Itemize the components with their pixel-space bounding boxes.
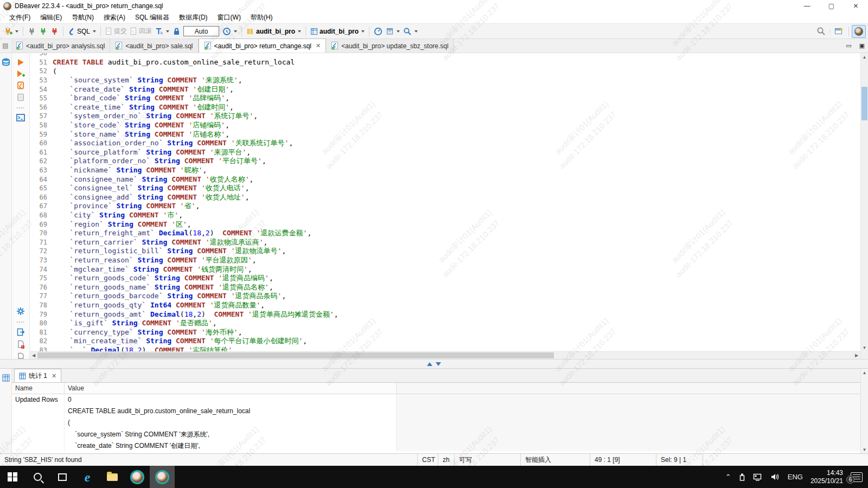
code-line[interactable]: 63 `nickname` String COMMENT '昵称', — [30, 166, 860, 175]
code-line[interactable]: 83 `……` Decimal(18,2) COMMENT '实际结算价', — [30, 346, 860, 351]
code-line[interactable]: 54 `create_date` String COMMENT '创建日期', — [30, 85, 860, 94]
maximize-panel-icon[interactable]: ▣ — [859, 42, 865, 49]
reconnect-button[interactable] — [37, 26, 49, 37]
save-report-icon[interactable]: ! — [17, 340, 25, 349]
task-view-button[interactable] — [50, 466, 75, 488]
connection-selector[interactable]: audit_bi_pro — [245, 26, 303, 37]
editor-tab-1[interactable]: <audit_bi_pro> sale.sql — [110, 39, 198, 53]
code-line[interactable]: 80 `is_gift` String COMMENT '是否赠品', — [30, 319, 860, 328]
code-line[interactable]: 53 `source_system` String COMMENT '来源系统'… — [30, 76, 860, 85]
database-navigator-icon[interactable] — [2, 57, 10, 66]
code-line[interactable]: 50 — [30, 53, 860, 58]
code-line[interactable]: 71 `return_carrier` String COMMENT '退款物流… — [30, 237, 860, 247]
internet-explorer-button[interactable]: e — [75, 466, 100, 488]
maximize-button[interactable]: ▢ — [819, 0, 844, 12]
transaction-log-button[interactable] — [154, 26, 171, 37]
input-language-indicator[interactable]: ENG — [788, 473, 803, 481]
code-line[interactable]: 56 `create_time` String COMMENT '创建时间', — [30, 103, 860, 112]
new-connection-button[interactable] — [2, 26, 20, 37]
code-line[interactable]: 66 `consignee_add` String COMMENT '收货人地址… — [30, 193, 860, 202]
menu-item-4[interactable]: SQL 编辑器 — [130, 12, 174, 23]
network-icon[interactable] — [753, 473, 763, 481]
code-line[interactable]: 73 `return_reason` String COMMENT '平台退款原… — [30, 256, 860, 265]
code-line[interactable]: 59 `store_name` String COMMENT '店铺名称', — [30, 130, 860, 139]
restore-up-icon[interactable] — [427, 362, 432, 366]
dashboard-button[interactable] — [372, 26, 384, 37]
schema-selector[interactable]: audit_bi_pro — [309, 26, 366, 37]
grid-view-icon[interactable] — [2, 374, 10, 382]
quick-access-search-button[interactable] — [815, 25, 827, 37]
scrollbar-thumb[interactable] — [37, 352, 554, 358]
connect-button[interactable] — [26, 26, 37, 37]
code-line[interactable]: 61 `source_platform` String COMMENT '来源平… — [30, 148, 860, 157]
menu-item-5[interactable]: 数据库(D) — [174, 12, 213, 23]
autocommit-select[interactable]: Auto — [183, 26, 219, 36]
taskbar-clock[interactable]: 14:43 2025/10/21 — [810, 469, 843, 485]
code-line[interactable]: 51CREATE TABLE audit_bi_pro.custom_onlin… — [30, 58, 860, 67]
close-icon[interactable]: ✕ — [52, 373, 56, 380]
code-line[interactable]: 68 `city` String COMMENT '市', — [30, 211, 860, 220]
scrollbar-thumb[interactable] — [861, 87, 867, 120]
menu-item-1[interactable]: 编辑(E) — [35, 12, 67, 23]
code-line[interactable]: 60 `association_order_no` String COMMENT… — [30, 139, 860, 148]
lock-button[interactable] — [171, 26, 182, 37]
usb-device-icon[interactable] — [739, 473, 745, 481]
table-row[interactable]: CREATE TABLE audit_bi_pro.custom_online_… — [12, 406, 860, 417]
close-button[interactable]: ✕ — [844, 0, 868, 12]
code-line[interactable]: 75 `return_goods_code` String COMMENT '退… — [30, 274, 860, 283]
editor-tab-0[interactable]: <audit_bi_pro> analysis.sql — [11, 39, 110, 53]
start-button[interactable] — [0, 466, 25, 488]
editor-tab-2[interactable]: <audit_bi_pro> return_change.sql✕ — [199, 38, 327, 53]
settings-gear-icon[interactable] — [16, 307, 25, 316]
terminal-icon[interactable] — [16, 114, 25, 121]
menu-item-3[interactable]: 搜索(A) — [99, 12, 130, 23]
menu-item-0[interactable]: 文件(F) — [4, 12, 35, 23]
code-line[interactable]: 72 `return_logistic_bill` String COMMENT… — [30, 247, 860, 256]
scroll-up-arrow[interactable]: ▲ — [861, 369, 868, 376]
table-row[interactable]: `source_system` String COMMENT '来源系统', — [12, 428, 860, 440]
taskbar-search-button[interactable] — [25, 466, 50, 488]
open-perspective-button[interactable] — [833, 25, 846, 37]
code-line[interactable]: 77 `return_goods_barcode` String COMMENT… — [30, 292, 860, 301]
scroll-up-arrow[interactable]: ▲ — [861, 53, 868, 61]
dbeaver-taskbar-button[interactable] — [125, 466, 150, 488]
code-line[interactable]: 67 `province` String COMMENT '省', — [30, 202, 860, 211]
code-line[interactable]: 58 `store_code` String COMMENT '店铺编码', — [30, 121, 860, 130]
dbeaver-perspective-button[interactable] — [852, 25, 866, 38]
sql-editor-button[interactable]: SQL — [66, 26, 98, 37]
menu-item-6[interactable]: 窗口(W) — [213, 12, 246, 23]
code-line[interactable]: 69 `region` String COMMENT '区', — [30, 220, 860, 229]
minimize-button[interactable]: — — [795, 0, 819, 12]
code-line[interactable]: 64 `consignee_name` String COMMENT '收货人名… — [30, 175, 860, 184]
vertical-scrollbar[interactable]: ▲ ▼ — [860, 53, 868, 359]
disconnect-button[interactable] — [49, 26, 60, 37]
code-line[interactable]: 52( — [30, 67, 860, 76]
code-line[interactable]: 79 `return_goods_amt` Decimal(18,2) COMM… — [30, 310, 860, 319]
code-line[interactable]: 65 `consignee_tel` String COMMENT '收货人电话… — [30, 184, 860, 193]
scroll-left-arrow[interactable]: ◀ — [30, 352, 37, 359]
code-line[interactable]: 82 `min_create_time` String COMMENT '每个平… — [30, 337, 860, 346]
menu-item-7[interactable]: 帮助(H) — [246, 12, 278, 23]
rollback-button[interactable]: 回滚 — [129, 25, 154, 37]
scroll-down-arrow[interactable]: ▼ — [861, 446, 868, 453]
explain-plan-icon[interactable] — [17, 93, 24, 101]
execute-script-icon[interactable] — [17, 81, 24, 89]
horizontal-scrollbar[interactable]: ◀ ▶ — [30, 351, 860, 359]
tray-expand-chevron-icon[interactable]: ⌃ — [725, 473, 731, 481]
column-header-name[interactable]: Name — [12, 383, 65, 394]
code-line[interactable]: 57 `system_order_no` String COMMENT '系统订… — [30, 112, 860, 121]
code-line[interactable]: 55 `brand_code` String COMMENT '品牌编码', — [30, 94, 860, 103]
compile-button[interactable] — [384, 26, 401, 37]
minimize-panel-icon[interactable]: ▭ — [846, 42, 851, 49]
table-row[interactable]: ( — [12, 417, 860, 428]
code-line[interactable]: 81 `currency_type` String COMMENT '海外币种'… — [30, 328, 860, 337]
execute-new-tab-icon[interactable] — [16, 70, 25, 78]
table-row[interactable]: `create_date` String COMMENT '创建日期', — [12, 440, 860, 451]
log-file-icon[interactable] — [17, 352, 25, 359]
file-explorer-button[interactable] — [100, 466, 125, 488]
column-header-value[interactable]: Value — [65, 383, 397, 394]
execute-statement-icon[interactable] — [17, 59, 24, 66]
close-icon[interactable]: ✕ — [316, 42, 321, 49]
sql-editor[interactable]: 5051CREATE TABLE audit_bi_pro.custom_onl… — [30, 53, 860, 351]
scroll-down-arrow[interactable]: ▼ — [861, 344, 868, 351]
